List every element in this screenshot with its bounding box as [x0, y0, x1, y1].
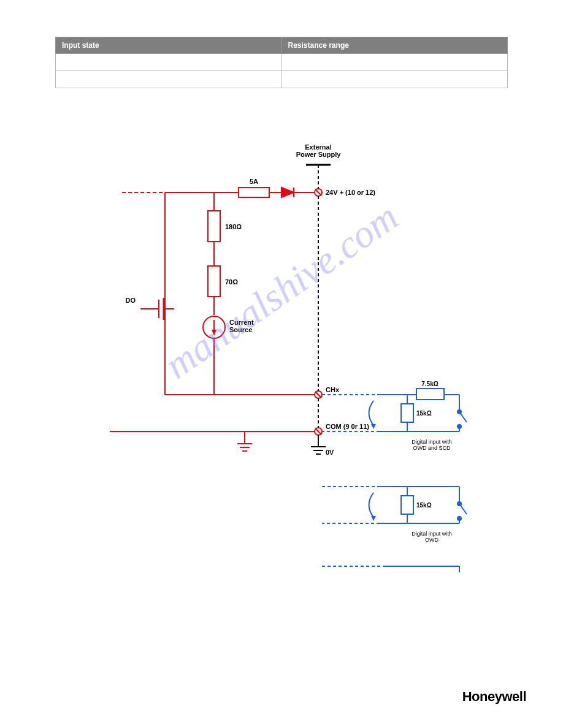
svg-rect-14 [208, 266, 220, 297]
spec-table: Input state Resistance range [55, 37, 508, 88]
label-r15k-b: 15kΩ [416, 502, 432, 509]
caption-a: Digital input withOWD and SCD [412, 439, 452, 451]
svg-rect-2 [239, 188, 269, 197]
label-r70: 70Ω [225, 278, 238, 286]
label-fuse: 5A [250, 178, 258, 185]
table-header-input-state: Input state [56, 37, 282, 54]
svg-point-62 [458, 517, 461, 520]
table-cell [282, 71, 508, 88]
label-r15k-a: 15kΩ [416, 410, 432, 417]
table-row [56, 71, 508, 88]
table-cell [56, 54, 282, 71]
svg-rect-44 [416, 389, 444, 400]
table-row [56, 54, 508, 71]
svg-marker-5 [282, 188, 294, 197]
svg-marker-56 [371, 424, 376, 429]
svg-rect-12 [208, 211, 220, 241]
table-cell [56, 71, 282, 88]
label-24v: 24V + (10 or 12) [326, 189, 375, 196]
svg-marker-69 [371, 516, 376, 521]
svg-point-49 [458, 425, 461, 428]
label-r7-5k: 7.5kΩ [421, 381, 438, 387]
table-cell [282, 54, 508, 71]
svg-rect-54 [401, 404, 413, 422]
label-r180: 180Ω [225, 223, 242, 230]
label-ext-power: ExternalPower Supply [296, 143, 342, 158]
svg-line-48 [459, 412, 467, 422]
label-current-source: CurrentSource [229, 319, 254, 333]
label-chx: CHx [326, 386, 340, 393]
table-header-resistance-range: Resistance range [282, 37, 508, 54]
label-do: DO [126, 297, 136, 304]
label-0v: 0V [326, 449, 334, 456]
brand-logo: Honeywell [462, 689, 526, 705]
circuit-diagram: ExternalPower Supply 5A 180Ω 70Ω DO Curr… [55, 131, 508, 575]
svg-rect-67 [401, 496, 413, 514]
label-com: COM (9 0r 11) [326, 423, 369, 430]
svg-line-61 [459, 504, 467, 514]
caption-b: Digital input withOWD [412, 531, 452, 543]
